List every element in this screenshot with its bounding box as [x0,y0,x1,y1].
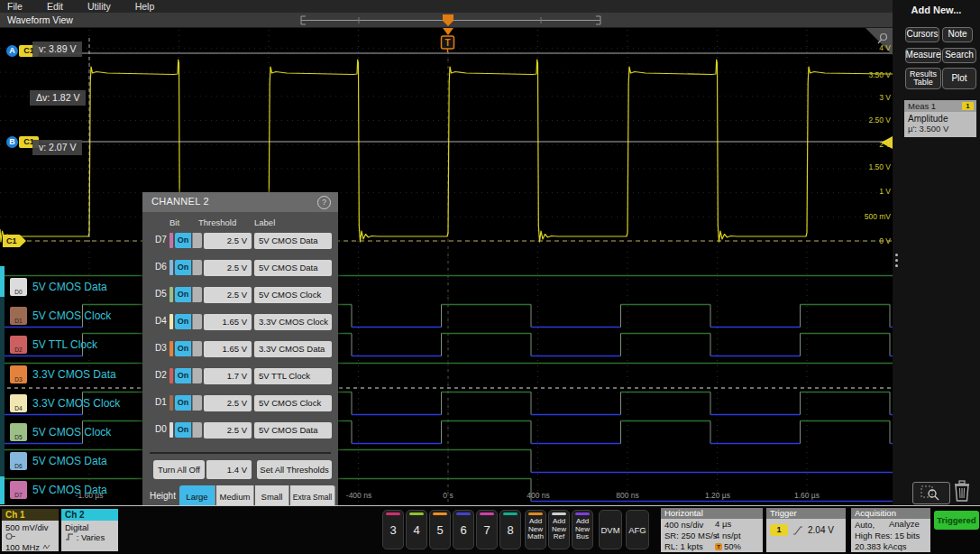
d0-toggle-knob[interactable] [192,422,202,438]
meas1-header: Meas 1 1 [904,100,976,112]
add-new-bus-button[interactable]: Add New Bus [572,510,593,549]
d7-label-field[interactable]: 5V CMOS Data [254,233,332,249]
add-new-math-button[interactable]: Add New Math [525,510,546,549]
acquisition-panel[interactable]: Acquisition Auto, Analyze High Res: 15 b… [851,508,930,552]
d0-on-toggle[interactable]: On [175,422,191,438]
d5-color-chip [169,287,173,302]
d2-label-field[interactable]: 5V TTL Clock [254,368,332,384]
d3-color-chip [169,341,173,356]
dialog-header[interactable]: CHANNEL 2 ? [142,192,338,212]
meas1-source-badge: 1 [962,102,974,110]
d2-threshold-field[interactable]: 1.7 V [204,368,252,384]
right-sidebar: Add New... CursorsNoteMeasureSearchResul… [893,0,980,505]
horizontal-row-1: SR: 250 MS/s4 ns/pt [661,531,763,541]
add-new-measure-button[interactable]: Measure [905,48,941,63]
d2-toggle-knob[interactable] [192,368,202,383]
d1-label-field[interactable]: 5V CMOS Clock [254,395,332,411]
set-all-thresholds-button[interactable]: Set All Thresholds [257,460,332,479]
add-new-ref-button[interactable]: Add New Ref [548,510,570,549]
channel-3-button[interactable]: 3 [382,510,404,549]
d7-toggle-knob[interactable] [192,233,202,248]
channel2-badge[interactable]: Ch 2 Digital : Varies [61,509,118,551]
d0-label-field[interactable]: 5V CMOS Data [254,422,332,439]
dialog-row-d6: D6On2.5 V5V CMOS Data [142,255,338,281]
d4-color-chip [169,314,173,329]
add-new-note-button[interactable]: Note [942,27,973,42]
acquisition-overview-bar[interactable] [298,13,604,28]
expansion-point-icon: T [715,543,722,550]
d5-label-field[interactable]: 5V CMOS Clock [254,287,332,303]
waveform-plot[interactable]: T [0,28,893,505]
probe-icon [2,532,59,542]
measurement-badge-meas1[interactable]: Meas 1 1 Amplitude µ': 3.500 V [904,100,976,137]
help-icon[interactable]: ? [317,196,331,209]
add-new-plot-button[interactable]: Plot [942,68,976,89]
channel-8-button[interactable]: 8 [499,510,521,549]
d2-on-toggle[interactable]: On [175,368,191,383]
d7-threshold-field[interactable]: 2.5 V [204,233,252,249]
trigger-title: Trigger [766,508,846,519]
dialog-title: CHANNEL 2 [151,196,209,207]
d1-on-toggle[interactable]: On [175,395,191,411]
d1-toggle-knob[interactable] [192,395,202,411]
menu-item-file[interactable]: File [7,1,23,12]
d5-toggle-knob[interactable] [192,287,202,302]
d1-bit-label: D1 [155,397,167,407]
d5-threshold-field[interactable]: 2.5 V [204,287,252,303]
all-threshold-field[interactable]: 1.4 V [206,460,252,479]
d3-toggle-knob[interactable] [192,341,202,356]
turn-all-off-button[interactable]: Turn All Off [153,460,205,479]
channel-4-button[interactable]: 4 [406,510,427,549]
channel1-badge[interactable]: Ch 1 500 mV/div 100 MHz [2,509,59,551]
horizontal-row-2: RL: 1 kptsT50% [661,541,763,552]
afg-button[interactable]: AFG [626,510,649,549]
dialog-row-d0: D0On2.5 V5V CMOS Data [142,418,338,443]
dvm-button[interactable]: DVM [599,510,622,549]
channel-7-color-stripe [480,512,494,515]
d4-toggle-knob[interactable] [192,314,202,329]
d4-bit-label: D4 [155,316,167,326]
d5-on-toggle[interactable]: On [175,287,191,302]
d1-threshold-field[interactable]: 2.5 V [204,395,252,411]
menu-item-utility[interactable]: Utility [87,1,111,12]
d6-threshold-field[interactable]: 2.5 V [204,260,252,276]
d3-on-toggle[interactable]: On [175,341,191,356]
add-new-cursors-button[interactable]: Cursors [905,27,939,42]
d6-on-toggle[interactable]: On [175,260,191,275]
zoom-box-button[interactable] [912,482,950,504]
channel-5-color-stripe [433,512,447,515]
height-label: Height [150,491,176,501]
channel-8-color-stripe [503,512,517,515]
d6-label-field[interactable]: 5V CMOS Data [254,260,332,276]
threshold-edge-icon [65,532,74,540]
panel-divider-handle[interactable] [895,254,898,267]
channel-7-button[interactable]: 7 [476,510,498,549]
channel1-title: Ch 1 [2,509,59,521]
tab-waveform-view[interactable]: Waveform View [7,14,73,25]
d4-on-toggle[interactable]: On [175,314,191,329]
add-new-results-table-button[interactable]: Results Table [905,68,941,89]
add-new-search-button[interactable]: Search [942,48,976,63]
d6-toggle-knob[interactable] [192,260,202,275]
channel-5-button[interactable]: 5 [429,510,451,549]
menu-item-help[interactable]: Help [135,1,155,12]
dialog-separator [150,452,331,454]
horizontal-panel[interactable]: Horizontal 400 ns/div4 µsSR: 250 MS/s4 n… [661,508,763,552]
trigger-status-indicator: Triggered [934,511,979,530]
menu-item-edit[interactable]: Edit [47,1,63,12]
d3-label-field[interactable]: 3.3V CMOS Data [254,341,332,357]
menu-bar: FileEditUtilityHelp [0,0,980,13]
d7-on-toggle[interactable]: On [175,233,191,248]
d4-label-field[interactable]: 3.3V CMOS Clock [254,314,332,330]
column-header-label: Label [254,217,275,227]
channel-6-button[interactable]: 6 [453,510,474,549]
trash-button[interactable] [952,479,972,507]
d3-threshold-field[interactable]: 1.65 V [204,341,252,357]
d4-threshold-field[interactable]: 1.65 V [204,314,252,330]
add-new-ref-color-stripe [552,512,566,515]
d0-threshold-field[interactable]: 2.5 V [204,422,252,439]
add-new-heading: Add New... [893,5,980,15]
trigger-panel[interactable]: Trigger 1 2.04 V [766,508,846,552]
dialog-row-d2: D2On1.7 V5V TTL Clock [142,364,338,389]
column-header-threshold: Threshold [198,217,236,227]
